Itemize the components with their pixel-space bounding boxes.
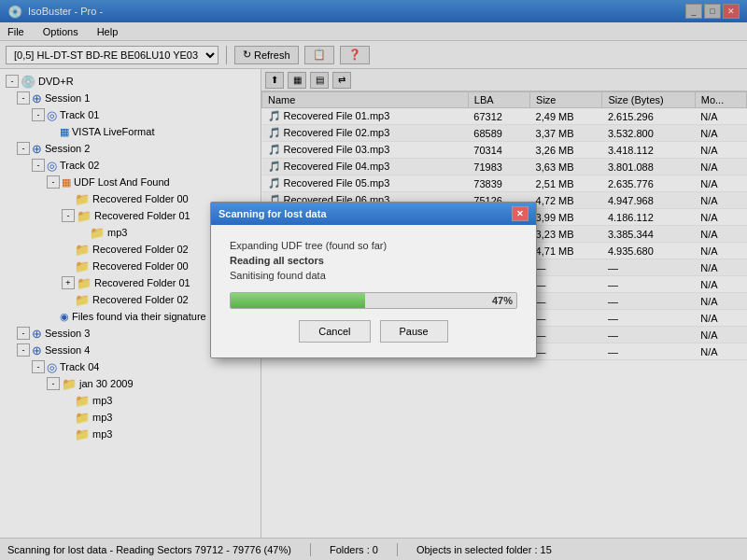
dialog-overlay: Scanning for lost data ✕ Expanding UDF t…	[0, 0, 747, 560]
progress-bar	[231, 293, 365, 308]
pause-button[interactable]: Pause	[380, 320, 448, 343]
cancel-button[interactable]: Cancel	[299, 320, 370, 343]
progress-label: 47%	[492, 295, 513, 306]
progress-container: 47%	[230, 292, 517, 309]
dialog-body: Expanding UDF tree (found so far) Readin…	[211, 225, 536, 357]
dialog-line2: Reading all sectors	[230, 255, 517, 266]
dialog-buttons: Cancel Pause	[230, 320, 517, 343]
dialog-title: Scanning for lost data	[218, 208, 327, 219]
dialog-close-button[interactable]: ✕	[512, 206, 529, 221]
dialog-line3: Sanitising found data	[230, 270, 517, 281]
scanning-dialog: Scanning for lost data ✕ Expanding UDF t…	[210, 202, 537, 358]
dialog-line1: Expanding UDF tree (found so far)	[230, 240, 517, 251]
dialog-title-bar: Scanning for lost data ✕	[211, 203, 536, 225]
